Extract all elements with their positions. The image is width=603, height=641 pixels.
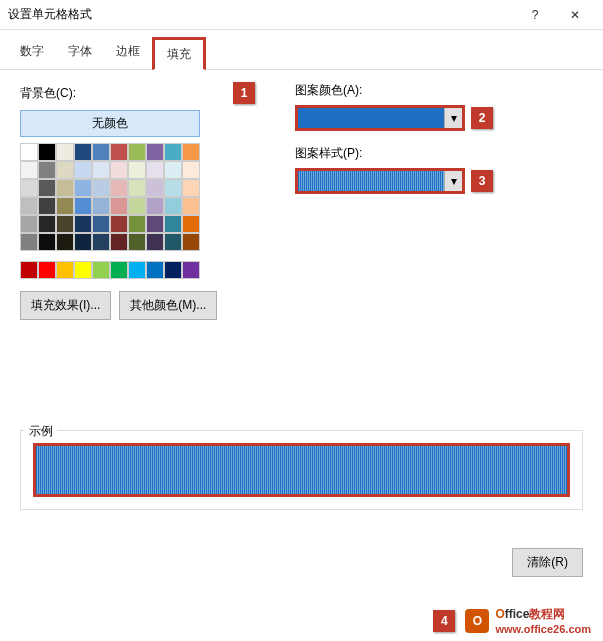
color-swatch[interactable] bbox=[182, 179, 200, 197]
color-swatch[interactable] bbox=[56, 143, 74, 161]
color-swatch[interactable] bbox=[20, 143, 38, 161]
clear-button[interactable]: 清除(R) bbox=[512, 548, 583, 577]
color-swatch[interactable] bbox=[110, 261, 128, 279]
color-swatch[interactable] bbox=[164, 161, 182, 179]
color-swatch[interactable] bbox=[182, 161, 200, 179]
color-swatch[interactable] bbox=[182, 215, 200, 233]
color-swatch[interactable] bbox=[92, 143, 110, 161]
color-swatch[interactable] bbox=[92, 161, 110, 179]
color-swatch[interactable] bbox=[56, 161, 74, 179]
color-swatch[interactable] bbox=[38, 143, 56, 161]
color-swatch[interactable] bbox=[164, 261, 182, 279]
color-swatch[interactable] bbox=[164, 215, 182, 233]
color-swatch[interactable] bbox=[164, 197, 182, 215]
color-swatch[interactable] bbox=[74, 215, 92, 233]
color-swatch[interactable] bbox=[110, 179, 128, 197]
color-swatch[interactable] bbox=[38, 197, 56, 215]
color-swatch[interactable] bbox=[164, 143, 182, 161]
color-swatch[interactable] bbox=[20, 161, 38, 179]
color-swatch[interactable] bbox=[146, 233, 164, 251]
color-swatch[interactable] bbox=[128, 179, 146, 197]
no-color-button[interactable]: 无颜色 bbox=[20, 110, 200, 137]
color-swatch[interactable] bbox=[38, 215, 56, 233]
pattern-style-combo[interactable]: ▾ bbox=[295, 168, 465, 194]
left-panel: 背景色(C): 1 无颜色 填充效果(I)... 其他颜色(M)... bbox=[20, 82, 255, 320]
help-button[interactable]: ? bbox=[515, 0, 555, 30]
color-swatch[interactable] bbox=[110, 233, 128, 251]
color-swatch[interactable] bbox=[146, 215, 164, 233]
right-panel: 图案颜色(A): ▾ 2 图案样式(P): ▾ 3 bbox=[295, 82, 583, 320]
brand-url: www.office26.com bbox=[495, 623, 591, 635]
color-swatch[interactable] bbox=[56, 197, 74, 215]
close-button[interactable]: ✕ bbox=[555, 0, 595, 30]
content-area: 背景色(C): 1 无颜色 填充效果(I)... 其他颜色(M)... 图案颜色… bbox=[0, 70, 603, 332]
color-swatch[interactable] bbox=[56, 233, 74, 251]
color-swatch[interactable] bbox=[128, 161, 146, 179]
more-colors-button[interactable]: 其他颜色(M)... bbox=[119, 291, 217, 320]
color-swatch[interactable] bbox=[164, 179, 182, 197]
color-swatch[interactable] bbox=[56, 215, 74, 233]
color-swatch[interactable] bbox=[146, 179, 164, 197]
color-swatch[interactable] bbox=[74, 179, 92, 197]
color-swatch[interactable] bbox=[92, 179, 110, 197]
pattern-color-combo[interactable]: ▾ bbox=[295, 105, 465, 131]
sample-preview bbox=[33, 443, 570, 497]
tab-fill[interactable]: 填充 bbox=[152, 37, 206, 70]
footer-watermark: 4 O Office教程网 www.office26.com bbox=[433, 606, 591, 635]
color-swatch[interactable] bbox=[56, 261, 74, 279]
color-swatch[interactable] bbox=[182, 261, 200, 279]
color-swatch[interactable] bbox=[128, 215, 146, 233]
callout-4: 4 bbox=[433, 610, 455, 632]
callout-3: 3 bbox=[471, 170, 493, 192]
color-swatch[interactable] bbox=[74, 261, 92, 279]
color-swatch[interactable] bbox=[74, 197, 92, 215]
color-swatch[interactable] bbox=[20, 233, 38, 251]
color-swatch[interactable] bbox=[20, 261, 38, 279]
color-swatch[interactable] bbox=[182, 233, 200, 251]
color-swatch[interactable] bbox=[38, 161, 56, 179]
color-swatch[interactable] bbox=[128, 233, 146, 251]
brand-text: Office教程网 bbox=[495, 606, 591, 623]
color-swatch[interactable] bbox=[182, 143, 200, 161]
chevron-down-icon[interactable]: ▾ bbox=[444, 108, 462, 128]
color-swatch[interactable] bbox=[146, 161, 164, 179]
color-swatch[interactable] bbox=[74, 143, 92, 161]
color-swatch[interactable] bbox=[92, 233, 110, 251]
color-swatch[interactable] bbox=[128, 197, 146, 215]
color-swatch[interactable] bbox=[38, 233, 56, 251]
color-swatch[interactable] bbox=[110, 215, 128, 233]
color-swatch[interactable] bbox=[182, 197, 200, 215]
color-swatch[interactable] bbox=[74, 233, 92, 251]
color-swatch[interactable] bbox=[146, 261, 164, 279]
color-swatch[interactable] bbox=[38, 179, 56, 197]
window-title: 设置单元格格式 bbox=[8, 6, 515, 23]
sample-label: 示例 bbox=[25, 423, 57, 440]
callout-2: 2 bbox=[471, 107, 493, 129]
color-swatch[interactable] bbox=[146, 197, 164, 215]
color-swatch[interactable] bbox=[110, 143, 128, 161]
color-swatch[interactable] bbox=[92, 261, 110, 279]
color-swatch[interactable] bbox=[38, 261, 56, 279]
color-swatch[interactable] bbox=[164, 233, 182, 251]
color-swatch[interactable] bbox=[20, 197, 38, 215]
theme-color-grid bbox=[20, 143, 200, 251]
fill-effects-button[interactable]: 填充效果(I)... bbox=[20, 291, 111, 320]
chevron-down-icon[interactable]: ▾ bbox=[444, 171, 462, 191]
color-swatch[interactable] bbox=[56, 179, 74, 197]
color-swatch[interactable] bbox=[146, 143, 164, 161]
color-swatch[interactable] bbox=[20, 179, 38, 197]
tab-border[interactable]: 边框 bbox=[104, 37, 152, 70]
color-swatch[interactable] bbox=[128, 143, 146, 161]
color-swatch[interactable] bbox=[110, 197, 128, 215]
tab-bar: 数字 字体 边框 填充 bbox=[0, 36, 603, 70]
color-swatch[interactable] bbox=[92, 215, 110, 233]
color-swatch[interactable] bbox=[110, 161, 128, 179]
tab-number[interactable]: 数字 bbox=[8, 37, 56, 70]
color-swatch[interactable] bbox=[74, 161, 92, 179]
color-swatch[interactable] bbox=[20, 215, 38, 233]
color-swatch[interactable] bbox=[128, 261, 146, 279]
pattern-style-label: 图案样式(P): bbox=[295, 145, 583, 162]
tab-font[interactable]: 字体 bbox=[56, 37, 104, 70]
callout-1: 1 bbox=[233, 82, 255, 104]
color-swatch[interactable] bbox=[92, 197, 110, 215]
